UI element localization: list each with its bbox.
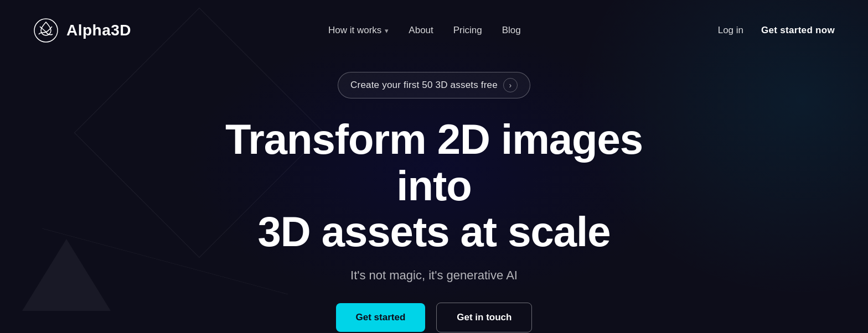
get-in-touch-button[interactable]: Get in touch: [436, 303, 532, 332]
logo-icon: [33, 18, 59, 43]
hero-title: Transform 2D images into 3D assets at sc…: [190, 116, 678, 255]
get-started-now-button[interactable]: Get started now: [761, 25, 835, 36]
nav-link-how-it-works[interactable]: How it works ▾: [328, 25, 389, 36]
hero-section: Create your first 50 3D assets free › Tr…: [0, 61, 868, 332]
hero-subtitle: It's not magic, it's generative AI: [350, 268, 518, 283]
logo-text: Alpha3D: [66, 22, 131, 39]
hero-badge-arrow-icon: ›: [503, 78, 518, 92]
get-started-button[interactable]: Get started: [336, 303, 426, 332]
hero-buttons: Get started Get in touch: [336, 303, 533, 332]
nav-actions: Log in Get started now: [718, 25, 835, 36]
nav-links: How it works ▾ About Pricing Blog: [328, 25, 521, 36]
nav-link-about[interactable]: About: [409, 25, 433, 36]
nav-link-blog[interactable]: Blog: [502, 25, 521, 36]
hero-badge-text: Create your first 50 3D assets free: [350, 80, 498, 91]
hero-badge-button[interactable]: Create your first 50 3D assets free ›: [338, 72, 530, 98]
how-it-works-chevron-icon: ▾: [385, 27, 389, 35]
logo-link[interactable]: Alpha3D: [33, 18, 131, 43]
navbar: Alpha3D How it works ▾ About Pricing Blo…: [0, 0, 868, 61]
login-link[interactable]: Log in: [718, 25, 743, 36]
nav-link-pricing[interactable]: Pricing: [453, 25, 482, 36]
